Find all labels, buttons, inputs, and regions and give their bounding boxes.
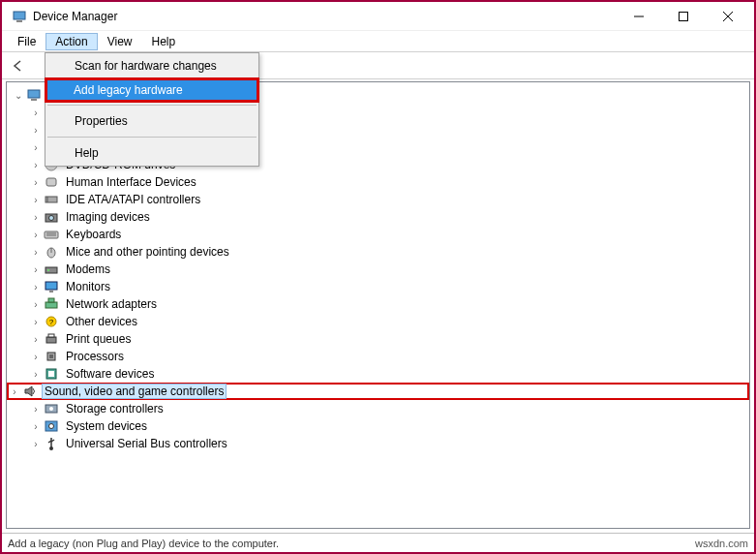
expand-icon[interactable]: › xyxy=(30,369,42,380)
svg-point-27 xyxy=(47,269,49,271)
svg-rect-7 xyxy=(31,99,37,101)
svg-rect-34 xyxy=(46,337,56,343)
tree-item-label: Storage controllers xyxy=(63,401,166,416)
tree-item-label: Print queues xyxy=(63,331,134,347)
svg-rect-26 xyxy=(45,267,57,273)
close-button[interactable] xyxy=(706,2,750,31)
status-text: Add a legacy (non Plug and Play) device … xyxy=(8,538,279,549)
svg-rect-6 xyxy=(28,90,40,98)
tree-item-label: Human Interface Devices xyxy=(63,174,199,190)
expand-icon[interactable]: › xyxy=(30,421,42,432)
action-menu-dropdown: Scan for hardware changesAdd legacy hard… xyxy=(45,52,259,167)
tree-item-ide-ata-atapi-controllers[interactable]: ›IDE ATA/ATAPI controllers xyxy=(7,191,749,208)
expand-icon[interactable]: › xyxy=(30,282,42,292)
tree-item-print-queues[interactable]: ›Print queues xyxy=(7,330,749,348)
expand-icon[interactable]: › xyxy=(30,212,42,223)
svg-rect-28 xyxy=(45,282,57,290)
svg-rect-30 xyxy=(45,302,57,308)
other-icon: ? xyxy=(44,314,59,329)
tree-item-modems[interactable]: ›Modems xyxy=(7,261,749,278)
expand-icon[interactable]: › xyxy=(30,264,42,275)
minimize-button[interactable] xyxy=(617,2,661,31)
tree-item-mice-and-other-pointing-devices[interactable]: ›Mice and other pointing devices xyxy=(7,243,749,261)
maximize-button[interactable] xyxy=(661,2,706,31)
svg-point-20 xyxy=(49,216,54,221)
ide-icon xyxy=(44,192,59,207)
collapse-icon[interactable]: ⌄ xyxy=(13,90,24,101)
sound-icon xyxy=(22,384,38,399)
mouse-icon xyxy=(44,244,59,260)
watermark: wsxdn.com xyxy=(695,538,748,549)
tree-item-processors[interactable]: ›Processors xyxy=(7,348,749,365)
menu-item-add-legacy-hardware[interactable]: Add legacy hardware xyxy=(45,77,259,103)
menu-help[interactable]: Help xyxy=(142,33,186,50)
expand-icon[interactable]: › xyxy=(30,230,42,240)
expand-icon[interactable]: › xyxy=(30,142,42,153)
tree-item-label: System devices xyxy=(63,418,150,434)
monitor-icon xyxy=(44,279,59,294)
modem-icon xyxy=(44,262,59,277)
tree-item-network-adapters[interactable]: ›Network adapters xyxy=(7,295,749,313)
svg-point-43 xyxy=(49,424,54,429)
expand-icon[interactable]: › xyxy=(30,404,42,415)
printer-icon xyxy=(44,331,59,347)
tree-item-label: Modems xyxy=(63,262,113,277)
tree-item-label: Processors xyxy=(63,349,127,364)
tree-item-label: Keyboards xyxy=(63,227,124,242)
menubar: FileActionViewHelp xyxy=(2,31,754,52)
tree-item-software-devices[interactable]: ›Software devices xyxy=(7,365,749,383)
tree-item-storage-controllers[interactable]: ›Storage controllers xyxy=(7,400,749,417)
menu-item-scan-for-hardware-changes[interactable]: Scan for hardware changes xyxy=(45,53,258,78)
tree-item-human-interface-devices[interactable]: ›Human Interface Devices xyxy=(7,173,749,191)
tree-item-keyboards[interactable]: ›Keyboards xyxy=(7,226,749,243)
svg-rect-39 xyxy=(48,371,54,377)
tree-item-label: Software devices xyxy=(63,366,157,382)
expand-icon[interactable]: › xyxy=(30,108,42,118)
tree-item-imaging-devices[interactable]: ›Imaging devices xyxy=(7,208,749,226)
titlebar: Device Manager xyxy=(2,2,754,31)
camera-icon xyxy=(44,209,59,225)
cpu-icon xyxy=(44,349,59,364)
statusbar: Add a legacy (non Plug and Play) device … xyxy=(2,533,754,552)
svg-point-41 xyxy=(49,407,53,411)
menu-separator xyxy=(47,105,257,106)
tree-item-sound-video-and-game-controllers[interactable]: ›Sound, video and game controllers xyxy=(7,383,749,400)
software-icon xyxy=(44,366,59,382)
tree-item-label: Imaging devices xyxy=(63,209,153,225)
expand-icon[interactable]: › xyxy=(30,247,42,258)
tree-item-monitors[interactable]: ›Monitors xyxy=(7,278,749,295)
expand-icon[interactable]: › xyxy=(30,334,42,345)
menu-item-properties[interactable]: Properties xyxy=(45,108,258,134)
expand-icon[interactable]: › xyxy=(30,160,42,170)
tree-item-label: Universal Serial Bus controllers xyxy=(63,436,230,451)
svg-rect-16 xyxy=(46,178,56,186)
menu-item-help[interactable]: Help xyxy=(45,140,258,166)
usb-icon xyxy=(44,436,59,451)
expand-icon[interactable]: › xyxy=(9,386,20,397)
expand-icon[interactable]: › xyxy=(30,125,42,136)
menu-view[interactable]: View xyxy=(98,33,142,50)
svg-text:?: ? xyxy=(49,318,54,326)
tree-item-label: Mice and other pointing devices xyxy=(63,244,232,260)
tree-item-system-devices[interactable]: ›System devices xyxy=(7,417,749,435)
expand-icon[interactable]: › xyxy=(30,299,42,310)
svg-rect-37 xyxy=(49,354,53,358)
expand-icon[interactable]: › xyxy=(30,177,42,188)
expand-icon[interactable]: › xyxy=(30,439,42,449)
svg-rect-35 xyxy=(48,334,54,337)
expand-icon[interactable]: › xyxy=(30,317,42,327)
tree-item-label: IDE ATA/ATAPI controllers xyxy=(63,192,203,207)
app-icon xyxy=(12,9,27,24)
svg-rect-3 xyxy=(680,12,688,20)
expand-icon[interactable]: › xyxy=(30,195,42,205)
keyboard-icon xyxy=(44,227,59,242)
computer-icon xyxy=(26,87,42,103)
expand-icon[interactable]: › xyxy=(30,352,42,362)
tree-item-universal-serial-bus-controllers[interactable]: ›Universal Serial Bus controllers xyxy=(7,435,749,452)
tree-item-label: Other devices xyxy=(63,314,140,329)
menu-separator xyxy=(47,137,257,138)
menu-action[interactable]: Action xyxy=(45,33,97,50)
tree-item-other-devices[interactable]: ›?Other devices xyxy=(7,313,749,330)
back-button[interactable] xyxy=(8,55,29,77)
menu-file[interactable]: File xyxy=(8,33,45,50)
